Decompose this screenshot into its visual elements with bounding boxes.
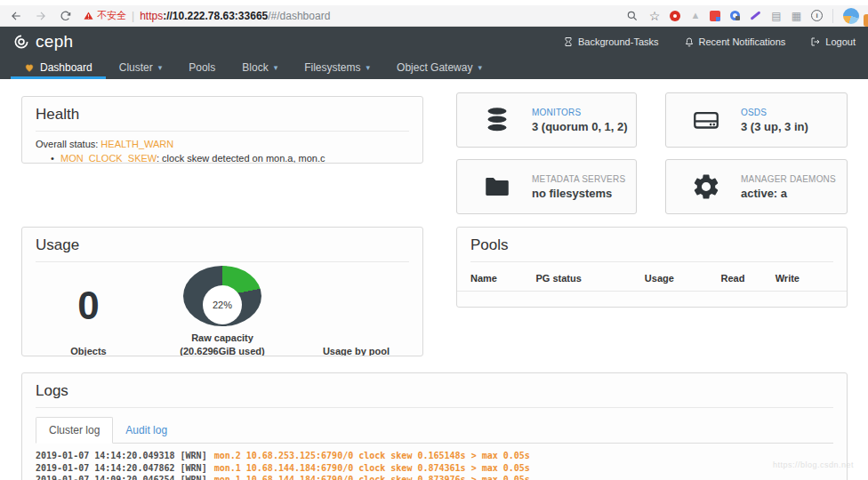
address-bar[interactable]: 不安全 | https://10.222.78.63:33665/#/dashb… — [84, 9, 615, 22]
address-url[interactable]: https://10.222.78.63:33665/#/dashboard — [140, 10, 330, 22]
logs-tabs: Cluster log Audit log — [36, 417, 833, 444]
log-line: 2019-01-07 14:14:20.049318[WRN]mon.2 10.… — [36, 450, 833, 462]
recent-notifications-link[interactable]: Recent Notifications — [684, 36, 786, 47]
gear-icon — [691, 172, 721, 202]
mds-label: METADATA SERVERS — [532, 174, 625, 184]
nav-label-filesystems: Filesystems — [304, 61, 360, 74]
pools-col-name[interactable]: Name — [470, 273, 535, 284]
profile-avatar[interactable] — [843, 8, 859, 24]
url-path: /#/dashboard — [268, 10, 330, 22]
ceph-logo[interactable]: ceph — [12, 32, 73, 52]
main-nav: Dashboard Cluster ▾ Pools Block ▾ Filesy… — [0, 56, 868, 79]
nav-label-object-gateway: Object Gateway — [397, 61, 472, 74]
logout-link[interactable]: Logout — [810, 36, 856, 47]
ceph-logo-icon — [12, 33, 30, 51]
info-icon[interactable]: i — [811, 10, 823, 21]
security-warning[interactable]: 不安全 — [84, 9, 126, 22]
usage-by-pool-caption: Usage by pool — [323, 345, 390, 356]
app-header: ceph Background-Tasks Recent Notificatio… — [0, 27, 868, 56]
mgr-value: active: a — [741, 187, 836, 200]
logout-icon — [810, 36, 821, 47]
log-timestamp: 2019-01-07 14:14:20.049318 — [36, 451, 175, 460]
logs-title: Logs — [22, 373, 847, 407]
osds-card: OSDS 3 (3 up, 3 in) — [665, 92, 848, 148]
nav-item-filesystems[interactable]: Filesystems ▾ — [291, 56, 383, 79]
pools-panel: Pools Name PG status Usage Read Write — [456, 227, 848, 308]
folder-icon — [482, 172, 512, 202]
raw-capacity-detail: (20.6296GiB used) — [180, 345, 264, 356]
back-icon[interactable] — [9, 9, 23, 23]
hard-drive-icon — [691, 105, 721, 135]
nav-item-cluster[interactable]: Cluster ▾ — [106, 56, 176, 79]
forward-icon[interactable] — [34, 9, 48, 23]
objects-column: 0 Objects — [31, 266, 146, 356]
log-level: [WRN] — [181, 475, 207, 480]
nav-item-object-gateway[interactable]: Object Gateway ▾ — [383, 56, 495, 79]
monitors-link[interactable]: MONITORS — [532, 108, 628, 117]
pools-table-header: Name PG status Usage Read Write — [457, 262, 847, 292]
overall-status-line: Overall status: HEALTH_WARN — [36, 139, 409, 149]
toolbar-divider — [832, 9, 833, 23]
overall-status-value: HEALTH_WARN — [100, 139, 173, 149]
extension-pdf-icon[interactable] — [710, 11, 720, 21]
extension-red-icon[interactable] — [670, 11, 680, 21]
log-entries: 2019-01-07 14:14:20.049318[WRN]mon.2 10.… — [22, 444, 847, 480]
warning-triangle-icon — [84, 11, 93, 20]
dashboard-heart-icon — [24, 62, 35, 73]
usage-title: Usage — [22, 228, 422, 261]
edge-extension-icon[interactable] — [864, 14, 868, 27]
logs-panel: Logs Cluster log Audit log 2019-01-07 14… — [21, 372, 848, 480]
browser-actions: ☆ ▲ ▤ ▦ i — [625, 8, 859, 24]
mgr-card-text: MANAGER DAEMONS active: a — [741, 174, 836, 200]
osds-card-text: OSDS 3 (3 up, 3 in) — [741, 108, 808, 133]
usage-panel: Usage 0 Objects 22% Raw capacity (20.629… — [21, 227, 423, 356]
usage-by-pool-column: Usage by pool — [299, 266, 414, 356]
search-icon[interactable] — [625, 9, 639, 23]
reload-icon[interactable] — [59, 9, 73, 23]
extension-triangle-icon[interactable]: ▲ — [690, 11, 700, 20]
browser-toolbar: 不安全 | https://10.222.78.63:33665/#/dashb… — [0, 0, 868, 27]
extension-notes-icon[interactable]: ▤ — [771, 11, 781, 21]
nav-item-pools[interactable]: Pools — [175, 56, 229, 79]
objects-count: 0 — [77, 286, 99, 325]
security-warning-label: 不安全 — [97, 9, 126, 22]
nav-label-block: Block — [242, 61, 268, 74]
tab-cluster-log[interactable]: Cluster log — [36, 417, 113, 444]
log-timestamp: 2019-01-07 14:09:20.046254 — [36, 475, 175, 480]
mds-value: no filesystems — [532, 187, 625, 200]
nav-item-block[interactable]: Block ▾ — [229, 56, 291, 79]
chevron-down-icon: ▾ — [274, 63, 278, 72]
log-level: [WRN] — [181, 451, 207, 460]
pools-col-write[interactable]: Write — [776, 273, 833, 284]
pools-col-read[interactable]: Read — [721, 273, 776, 284]
background-tasks-link[interactable]: Background-Tasks — [563, 36, 659, 47]
log-message: mon.1 10.68.144.184:6790/0 clock skew 0.… — [214, 475, 530, 480]
extension-gear-icon[interactable] — [730, 11, 740, 20]
monitors-card: MONITORS 3 (quorum 0, 1, 2) — [456, 92, 637, 148]
raw-capacity-donut-chart: 22% — [183, 266, 261, 326]
mgr-label: MANAGER DAEMONS — [741, 174, 836, 184]
osds-link[interactable]: OSDS — [741, 108, 808, 117]
recent-notifications-label: Recent Notifications — [699, 36, 786, 47]
donut-center-label: 22% — [203, 285, 242, 324]
pools-col-usage[interactable]: Usage — [645, 273, 721, 284]
nav-label-pools: Pools — [189, 61, 215, 74]
warning-detail: : clock skew detected on mon.a, mon.c — [157, 153, 326, 164]
background-tasks-label: Background-Tasks — [578, 36, 659, 47]
log-line: 2019-01-07 14:14:20.047862[WRN]mon.1 10.… — [36, 462, 833, 475]
extension-grid-icon[interactable]: ▦ — [792, 11, 801, 21]
screen: 不安全 | https://10.222.78.63:33665/#/dashb… — [0, 0, 868, 480]
watermark: https://blog.csdn.net — [773, 460, 854, 469]
overall-status-label: Overall status: — [36, 139, 100, 149]
pools-col-pg-status[interactable]: PG status — [535, 273, 644, 284]
nav-item-dashboard[interactable]: Dashboard — [11, 56, 106, 79]
log-level: [WRN] — [181, 463, 207, 473]
raw-capacity-label: Raw capacity — [180, 332, 264, 345]
bookmark-star-icon[interactable]: ☆ — [649, 10, 661, 22]
mds-card-text: METADATA SERVERS no filesystems — [532, 174, 625, 200]
ceph-logo-text: ceph — [36, 32, 73, 52]
address-separator: | — [132, 10, 134, 22]
osds-value: 3 (3 up, 3 in) — [741, 120, 808, 133]
tab-audit-log[interactable]: Audit log — [113, 418, 180, 443]
extension-pen-icon[interactable] — [751, 11, 761, 20]
